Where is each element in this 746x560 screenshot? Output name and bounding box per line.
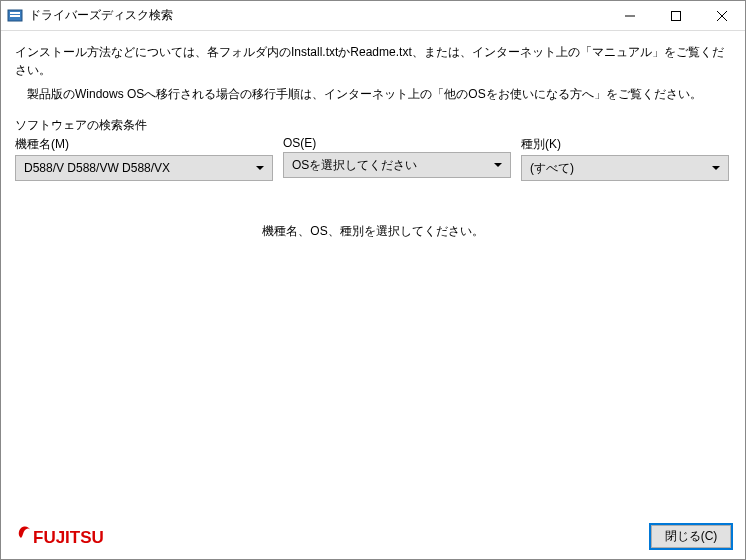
info-line-1: インストール方法などについては、各フォルダ内のInstall.txtかReadm…	[15, 43, 731, 79]
model-value: D588/V D588/VW D588/VX	[24, 161, 256, 175]
maximize-button[interactable]	[653, 1, 699, 30]
model-dropdown[interactable]: D588/V D588/VW D588/VX	[15, 155, 273, 181]
svg-rect-4	[672, 11, 681, 20]
os-label: OS(E)	[283, 136, 511, 150]
model-field: 機種名(M) D588/V D588/VW D588/VX	[15, 136, 273, 181]
search-section-title: ソフトウェアの検索条件	[15, 117, 731, 134]
footer: FUJITSU 閉じる(C)	[1, 519, 745, 559]
model-label: 機種名(M)	[15, 136, 273, 153]
svg-rect-2	[10, 15, 20, 17]
info-line-2: 製品版のWindows OSへ移行される場合の移行手順は、インターネット上の「他…	[27, 85, 731, 103]
instruction-message: 機種名、OS、種別を選択してください。	[15, 223, 731, 240]
close-window-button[interactable]	[699, 1, 745, 30]
kind-label: 種別(K)	[521, 136, 729, 153]
fujitsu-logo: FUJITSU	[15, 522, 105, 550]
chevron-down-icon	[712, 166, 720, 170]
os-field: OS(E) OSを選択してください	[283, 136, 511, 181]
kind-field: 種別(K) (すべて)	[521, 136, 729, 181]
os-value: OSを選択してください	[292, 157, 494, 174]
app-window: ドライバーズディスク検索 インストール方法などについては、各フォルダ内のInst…	[0, 0, 746, 560]
spacer	[15, 240, 731, 519]
search-fields: 機種名(M) D588/V D588/VW D588/VX OS(E) OSを選…	[15, 136, 731, 181]
chevron-down-icon	[256, 166, 264, 170]
kind-dropdown[interactable]: (すべて)	[521, 155, 729, 181]
close-button-label: 閉じる(C)	[665, 528, 718, 545]
window-title: ドライバーズディスク検索	[29, 7, 607, 24]
svg-text:FUJITSU: FUJITSU	[33, 528, 104, 547]
content-area: インストール方法などについては、各フォルダ内のInstall.txtかReadm…	[1, 31, 745, 519]
chevron-down-icon	[494, 163, 502, 167]
minimize-button[interactable]	[607, 1, 653, 30]
window-controls	[607, 1, 745, 30]
close-button[interactable]: 閉じる(C)	[651, 525, 731, 548]
svg-rect-1	[10, 12, 20, 14]
app-icon	[7, 8, 23, 24]
kind-value: (すべて)	[530, 160, 712, 177]
titlebar: ドライバーズディスク検索	[1, 1, 745, 31]
os-dropdown[interactable]: OSを選択してください	[283, 152, 511, 178]
